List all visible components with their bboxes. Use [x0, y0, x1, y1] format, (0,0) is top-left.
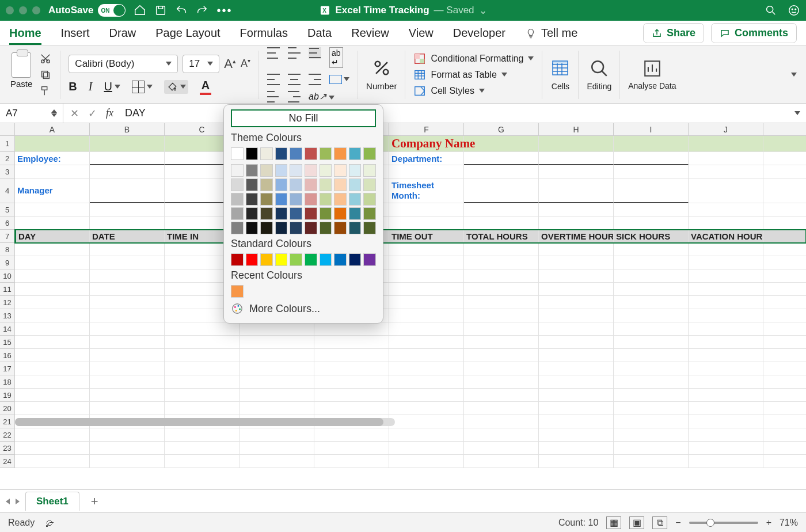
cell-A1[interactable]: [15, 136, 90, 151]
font-size-combo[interactable]: 17: [183, 55, 219, 73]
row-header-19[interactable]: 19: [0, 389, 15, 402]
cell-A4[interactable]: Manager: [15, 178, 90, 203]
color-swatch[interactable]: [260, 147, 273, 160]
cell-E15[interactable]: [314, 336, 389, 348]
cell-J18[interactable]: [689, 375, 763, 388]
cell-F21[interactable]: [389, 415, 464, 428]
cell-G4[interactable]: [464, 178, 539, 203]
cell-E19[interactable]: [314, 389, 389, 401]
cell-H1[interactable]: [539, 136, 614, 151]
cell-B3[interactable]: [90, 165, 165, 178]
cell-J12[interactable]: [689, 296, 763, 309]
cell-A2[interactable]: Employee:: [15, 152, 90, 165]
cell-H15[interactable]: [539, 336, 614, 348]
cell-B12[interactable]: [90, 296, 165, 309]
cell-J19[interactable]: [689, 389, 763, 401]
color-swatch[interactable]: [363, 207, 376, 220]
fill-color-button[interactable]: [164, 80, 188, 94]
cell-B13[interactable]: [90, 309, 165, 322]
cell-A10[interactable]: [15, 269, 90, 282]
row-header-12[interactable]: 12: [0, 296, 15, 309]
color-swatch[interactable]: [275, 147, 288, 160]
horizontal-scrollbar[interactable]: [15, 418, 395, 426]
align-top-icon[interactable]: [267, 47, 280, 59]
cell-J2[interactable]: [689, 152, 763, 165]
cell-G8[interactable]: [464, 243, 539, 256]
cell-E18[interactable]: [314, 375, 389, 388]
cell-J11[interactable]: [689, 283, 763, 295]
color-swatch[interactable]: [231, 207, 244, 220]
cell-J17[interactable]: [689, 362, 763, 375]
color-swatch[interactable]: [290, 222, 302, 234]
accessibility-icon[interactable]: ⌮: [45, 518, 54, 528]
color-swatch[interactable]: [231, 178, 244, 191]
color-swatch[interactable]: [231, 222, 244, 234]
color-swatch[interactable]: [231, 193, 244, 206]
color-swatch[interactable]: [290, 178, 302, 191]
row-header-2[interactable]: 2: [0, 152, 15, 165]
cell-B15[interactable]: [90, 336, 165, 348]
page-layout-view-icon[interactable]: ▣: [629, 516, 644, 529]
cell-G12[interactable]: [464, 296, 539, 309]
cell-G18[interactable]: [464, 375, 539, 388]
cell-A3[interactable]: [15, 165, 90, 178]
paste-group[interactable]: Paste: [7, 52, 36, 89]
color-swatch[interactable]: [320, 253, 332, 266]
cell-I15[interactable]: [614, 336, 689, 348]
search-icon[interactable]: [765, 4, 777, 17]
cancel-icon[interactable]: ✕: [70, 107, 79, 120]
tab-data[interactable]: Data: [307, 26, 332, 40]
color-swatch[interactable]: [305, 253, 317, 266]
cell-I16[interactable]: [614, 349, 689, 362]
cell-I17[interactable]: [614, 362, 689, 375]
cell-B6[interactable]: [90, 216, 165, 229]
column-headers[interactable]: ABCDEFGHIJ: [15, 123, 806, 136]
copy-icon[interactable]: [39, 69, 52, 81]
color-swatch[interactable]: [246, 193, 258, 206]
cell-G5[interactable]: [464, 203, 539, 216]
cell-E23[interactable]: [314, 442, 389, 454]
cell-D22[interactable]: [239, 428, 314, 441]
color-swatch[interactable]: [334, 253, 347, 266]
cell-I12[interactable]: [614, 296, 689, 309]
color-swatch[interactable]: [275, 222, 288, 234]
tab-tellme[interactable]: Tell me: [525, 26, 577, 40]
cell-J10[interactable]: [689, 269, 763, 282]
color-swatch[interactable]: [246, 253, 258, 266]
color-swatch[interactable]: [231, 147, 244, 160]
color-swatch[interactable]: [290, 147, 302, 160]
cell-G20[interactable]: [464, 402, 539, 415]
color-swatch[interactable]: [320, 222, 332, 234]
color-swatch[interactable]: [260, 193, 273, 206]
color-swatch[interactable]: [363, 147, 376, 160]
cell-B16[interactable]: [90, 349, 165, 362]
row-header-7[interactable]: 7: [0, 230, 15, 243]
cell-B20[interactable]: [90, 402, 165, 415]
cell-G7[interactable]: TOTAL HOURS: [464, 230, 539, 242]
window-controls[interactable]: [6, 6, 40, 14]
cell-A22[interactable]: [15, 428, 90, 441]
sheet-tab-sheet1[interactable]: Sheet1: [25, 492, 79, 511]
cell-H20[interactable]: [539, 402, 614, 415]
smiley-icon[interactable]: [788, 4, 800, 17]
cell-C15[interactable]: [165, 336, 239, 348]
cell-F1[interactable]: Company Name: [389, 136, 464, 151]
color-swatch[interactable]: [231, 285, 244, 298]
color-swatch[interactable]: [260, 164, 273, 177]
color-swatch[interactable]: [349, 147, 362, 160]
tab-developer[interactable]: Developer: [453, 26, 505, 40]
decrease-font-icon[interactable]: A▾: [241, 58, 250, 70]
tab-review[interactable]: Review: [351, 26, 389, 40]
color-swatch[interactable]: [290, 193, 302, 206]
cell-E16[interactable]: [314, 349, 389, 362]
color-swatch[interactable]: [260, 178, 273, 191]
more-icon[interactable]: •••: [216, 4, 232, 17]
row-header-20[interactable]: 20: [0, 402, 15, 415]
color-swatch[interactable]: [320, 164, 332, 177]
redo-icon[interactable]: [196, 4, 208, 17]
cell-E20[interactable]: [314, 402, 389, 415]
color-swatch[interactable]: [305, 164, 317, 177]
undo-icon[interactable]: [175, 4, 188, 17]
cell-I5[interactable]: [614, 203, 689, 216]
cell-J6[interactable]: [689, 216, 763, 229]
